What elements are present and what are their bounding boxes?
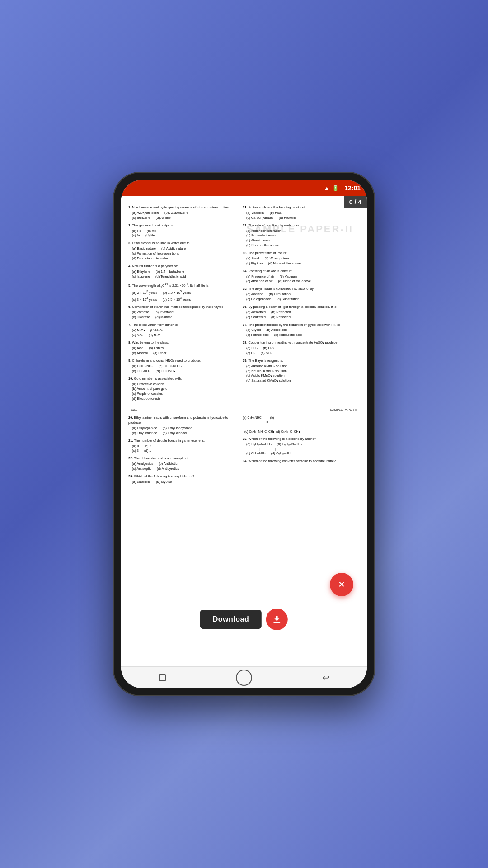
- phone-device: ▲ 🔋 12:01 0 / 4 SAMPLE PAPER-II 1. Nitro…: [113, 172, 375, 696]
- question-17: 17. The product formed by the reduction …: [243, 323, 360, 338]
- bottom-columns: 20. Ethyl amine reacts with chloroform a…: [128, 415, 360, 487]
- page-counter: 0 / 4: [344, 196, 367, 208]
- download-bar: Download: [200, 609, 288, 630]
- question-1: 1. Nitrobenzene and hydrogen in presence…: [128, 205, 236, 221]
- question-6: 6. Conversion of starch into maltose tak…: [128, 305, 236, 320]
- question-20: 20. Ethyl amine reacts with chloroform a…: [128, 415, 236, 436]
- question-9: 9. Chloroform and conc. HNO₃ react to pr…: [128, 359, 236, 374]
- right-column: 11. Amino acids are the building blocks …: [243, 205, 360, 404]
- question-23: 23. Which of the following is a sulphide…: [128, 474, 236, 485]
- download-button[interactable]: Download: [200, 610, 262, 629]
- svg-rect-0: [274, 622, 281, 623]
- question-14: 14. Roasting of an ore is done in: (a) P…: [243, 269, 360, 284]
- home-button[interactable]: [236, 670, 252, 686]
- question-18: 18. Copper turning on heating with conce…: [243, 340, 360, 356]
- back-button[interactable]: ↩: [318, 670, 334, 686]
- bottom-left: 20. Ethyl amine reacts with chloroform a…: [128, 415, 236, 487]
- left-column: 1. Nitrobenzene and hydrogen in presence…: [128, 205, 236, 404]
- recent-apps-button[interactable]: [154, 670, 170, 686]
- question-22: 22. The chlorophenicol is an example of:…: [128, 456, 236, 472]
- main-columns: 1. Nitrobenzene and hydrogen in presence…: [128, 205, 360, 404]
- content-area: SAMPLE PAPER-II 1. Nitrobenzene and hydr…: [121, 196, 367, 666]
- question-15: 15. The alkyl halide is converted into a…: [243, 287, 360, 302]
- footer-right: SAMPLE PAPER-II: [330, 408, 357, 412]
- question-13: 13. The purest form of iron is: (a) Stee…: [243, 251, 360, 266]
- question-33: (a) C₆H₅NHCl (b) O | (c) C₆H₅–NH–C–CH₃ (…: [243, 415, 360, 434]
- status-icons: ▲ 🔋 12:01: [324, 184, 361, 192]
- question-12: 12. The rate of reaction depends upon: (…: [243, 223, 360, 248]
- back-icon: ↩: [322, 672, 330, 683]
- bottom-right: (a) C₆H₅NHCl (b) O | (c) C₆H₅–NH–C–CH₃ (…: [243, 415, 360, 487]
- question-2: 2. The gas used in air ships is: (a) He(…: [128, 223, 236, 239]
- time-display: 12:01: [344, 184, 361, 192]
- battery-icon: 🔋: [332, 185, 339, 191]
- download-arrow-icon: [272, 614, 282, 624]
- navigation-bar: ↩: [121, 666, 367, 688]
- download-icon-button[interactable]: [266, 609, 288, 630]
- question-34: 34. Which of the following converts acet…: [243, 459, 360, 464]
- question-21: 21. The number of double bonds in gammex…: [128, 439, 236, 454]
- question-7: 7. The oxide which form dimer is: (a) N₂…: [128, 323, 236, 338]
- question-33-main: 33. Which of the following is a secondar…: [243, 437, 360, 456]
- question-16: 16. By passing a beam of light through a…: [243, 305, 360, 320]
- signal-icon: ▲: [324, 185, 329, 191]
- page-footer: S2.2 SAMPLE PAPER-II: [128, 406, 360, 414]
- question-4: 4. Natural rubber is a polymer of: (a) E…: [128, 264, 236, 279]
- recent-apps-icon: [159, 674, 166, 681]
- close-fab-button[interactable]: ×: [330, 573, 353, 596]
- question-5: 5. The wavelength of 6C14 is 2.31 ×10-4.…: [128, 282, 236, 302]
- question-3: 3. Ethyl alcohol is soluble in water due…: [128, 241, 236, 261]
- status-bar: ▲ 🔋 12:01: [121, 180, 367, 196]
- home-icon: [236, 670, 252, 686]
- question-19: 19. The Bayer's reagent is: (a) Alkaline…: [243, 359, 360, 383]
- question-8: 8. Wax belong to the class: (a) Acid(b) …: [128, 340, 236, 356]
- footer-left: S2.2: [131, 408, 137, 412]
- phone-screen: ▲ 🔋 12:01 0 / 4 SAMPLE PAPER-II 1. Nitro…: [121, 180, 367, 688]
- paper-content: 1. Nitrobenzene and hydrogen in presence…: [121, 196, 367, 492]
- question-11: 11. Amino acids are the building blocks …: [243, 205, 360, 221]
- question-10: 10. Gold number is associated with: (a) …: [128, 377, 236, 401]
